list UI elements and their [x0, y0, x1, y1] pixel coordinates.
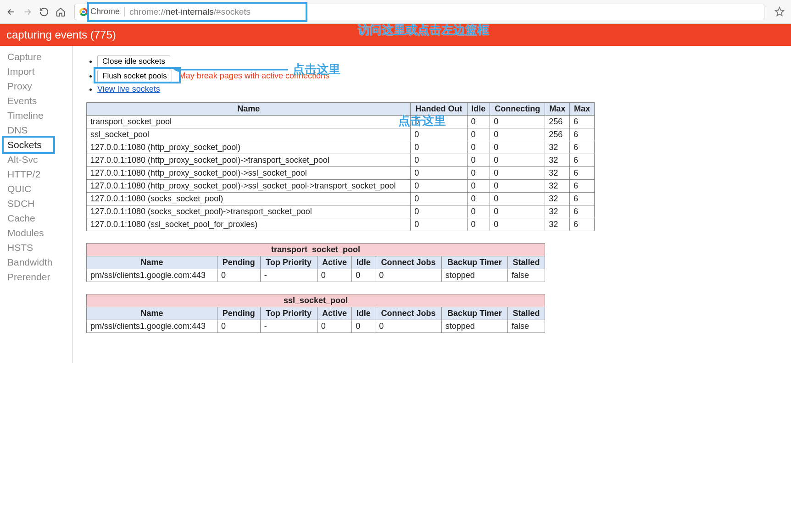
sidebar-item-capture[interactable]: Capture: [0, 50, 72, 64]
flush-warning: May break pages with active connections: [179, 71, 329, 80]
sidebar-item-http2[interactable]: HTTP/2: [0, 167, 72, 182]
highlight-sockets: [2, 136, 55, 154]
sidebar-item-sockets[interactable]: Sockets: [0, 138, 72, 152]
flush-socket-pools-button[interactable]: Flush socket pools: [97, 70, 172, 83]
table-row[interactable]: transport_socket_pool0002566: [87, 116, 595, 128]
sidebar-item-timeline[interactable]: Timeline: [0, 108, 72, 123]
sidebar-item-hsts[interactable]: HSTS: [0, 240, 72, 255]
omnibox-url: chrome://net-internals/#sockets: [125, 7, 251, 17]
table-row[interactable]: pm/ssl/clients1.google.com:4430-000stopp…: [87, 269, 545, 282]
table-row[interactable]: ssl_socket_pool0002566: [87, 128, 595, 141]
home-icon[interactable]: [55, 6, 66, 17]
close-idle-button[interactable]: Close idle sockets: [97, 55, 170, 68]
view-live-sockets-link[interactable]: View live sockets: [97, 84, 160, 94]
table-row[interactable]: 127.0.0.1:1080 (http_proxy_socket_pool)-…: [87, 180, 595, 193]
table-row[interactable]: 127.0.0.1:1080 (ssl_socket_pool_for_prox…: [87, 218, 595, 231]
sidebar-item-cache[interactable]: Cache: [0, 211, 72, 226]
sidebar-item-bandwidth[interactable]: Bandwidth: [0, 255, 72, 270]
table-row[interactable]: 127.0.0.1:1080 (http_proxy_socket_pool)0…: [87, 141, 595, 154]
forward-icon[interactable]: [22, 6, 33, 17]
status-banner: capturing events (775): [0, 24, 791, 46]
col-header: Name: [87, 103, 411, 116]
sidebar-item-proxy[interactable]: Proxy: [0, 79, 72, 94]
back-icon[interactable]: [6, 6, 17, 17]
table-row[interactable]: 127.0.0.1:1080 (http_proxy_socket_pool)-…: [87, 167, 595, 180]
chrome-icon: [79, 8, 88, 16]
col-header: Name: [87, 307, 217, 320]
pool-summary-table: NameHanded OutIdleConnectingMaxMaxtransp…: [86, 102, 595, 231]
table-row[interactable]: 127.0.0.1:1080 (http_proxy_socket_pool)-…: [87, 154, 595, 167]
chrome-chip: Chrome: [79, 7, 125, 17]
col-header: Connect Jobs: [375, 307, 442, 320]
table-row[interactable]: pm/ssl/clients1.google.com:4430-000stopp…: [87, 320, 545, 333]
chrome-label: Chrome: [90, 7, 120, 17]
sidebar-item-modules[interactable]: Modules: [0, 226, 72, 240]
col-header: Max: [570, 103, 595, 116]
sidebar-item-events[interactable]: Events: [0, 94, 72, 108]
table-row[interactable]: 127.0.0.1:1080 (socks_socket_pool)000326: [87, 193, 595, 205]
col-header: Backup Timer: [441, 256, 507, 269]
col-header: Stalled: [508, 307, 545, 320]
col-header: Connect Jobs: [375, 256, 442, 269]
browser-toolbar: Chrome chrome://net-internals/#sockets: [0, 0, 791, 24]
actions-list: Close idle sockets Flush socket pools Ma…: [95, 55, 784, 94]
col-header: Handed Out: [411, 103, 467, 116]
col-header: Active: [317, 307, 352, 320]
col-header: Pending: [217, 307, 261, 320]
sidebar-item-quic[interactable]: QUIC: [0, 182, 72, 196]
sidebar-item-sdch[interactable]: SDCH: [0, 196, 72, 211]
reload-icon[interactable]: [39, 6, 50, 17]
col-header: Name: [87, 256, 217, 269]
detail-title: transport_socket_pool: [87, 244, 545, 256]
col-header: Pending: [217, 256, 261, 269]
omnibox[interactable]: Chrome chrome://net-internals/#sockets: [74, 4, 764, 20]
sidebar-item-prerender[interactable]: Prerender: [0, 270, 72, 284]
col-header: Max: [545, 103, 570, 116]
col-header: Idle: [352, 256, 375, 269]
col-header: Idle: [467, 103, 490, 116]
col-header: Stalled: [508, 256, 545, 269]
col-header: Backup Timer: [441, 307, 507, 320]
detail-table: ssl_socket_poolNamePendingTop PriorityAc…: [86, 294, 545, 333]
main-content: Close idle sockets Flush socket pools Ma…: [72, 46, 791, 363]
col-header: Top Priority: [260, 307, 317, 320]
detail-title: ssl_socket_pool: [87, 294, 545, 307]
sidebar-item-altsvc[interactable]: Alt-Svc: [0, 152, 72, 167]
col-header: Idle: [352, 307, 375, 320]
sidebar: CaptureImportProxyEventsTimelineDNSSocke…: [0, 46, 72, 363]
detail-table: transport_socket_poolNamePendingTop Prio…: [86, 243, 545, 282]
table-row[interactable]: 127.0.0.1:1080 (socks_socket_pool)->tran…: [87, 205, 595, 218]
col-header: Active: [317, 256, 352, 269]
sidebar-item-import[interactable]: Import: [0, 64, 72, 79]
col-header: Connecting: [490, 103, 545, 116]
bookmark-star-icon[interactable]: [774, 6, 785, 17]
col-header: Top Priority: [260, 256, 317, 269]
